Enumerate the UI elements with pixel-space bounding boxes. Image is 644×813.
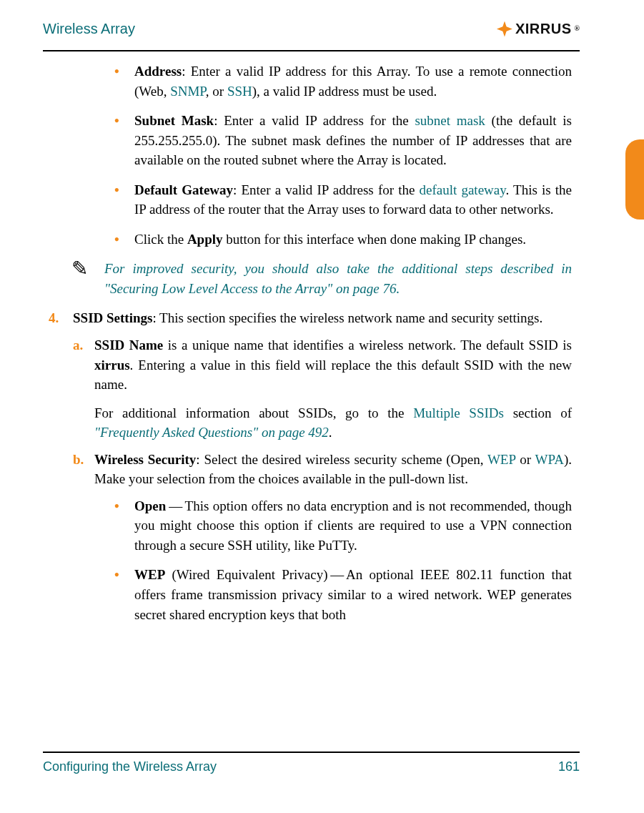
option-label: Open <box>134 498 166 513</box>
doc-title: Wireless Array <box>43 19 135 39</box>
list-item: Subnet Mask: Enter a valid IP address fo… <box>114 111 572 170</box>
brand-logo: XIRRUS ® <box>497 19 580 39</box>
page-footer: Configuring the Wireless Array 161 <box>43 752 580 776</box>
item-label: Default Gateway <box>134 182 233 197</box>
apply-word: Apply <box>187 232 223 247</box>
step-number: 4. <box>49 308 73 328</box>
note-icon: ✎ <box>71 259 104 279</box>
step-body: SSID Settings: This section specifies th… <box>73 308 572 328</box>
wep-link[interactable]: WEP <box>487 452 515 467</box>
subnet-mask-link[interactable]: subnet mask <box>415 113 485 128</box>
brand-reg: ® <box>575 24 580 34</box>
text: : Enter a valid IP address for the <box>214 113 415 128</box>
page: Wireless Array XIRRUS ® Address: Enter a… <box>0 0 644 813</box>
text: Click the <box>134 232 187 247</box>
footer-rule <box>43 752 580 753</box>
page-content: Address: Enter a valid IP address for th… <box>43 61 580 624</box>
substep-body: Wireless Security: Select the desired wi… <box>94 450 572 489</box>
text: : This section specifies the wireless ne… <box>152 310 543 325</box>
ssh-link[interactable]: SSH <box>227 84 252 99</box>
side-tab-decoration <box>625 139 644 220</box>
text: : Select the desired wireless security s… <box>196 452 487 467</box>
wpa-link[interactable]: WPA <box>535 452 563 467</box>
note-text: For improved security, you should also t… <box>104 259 572 298</box>
footer-page-number: 161 <box>558 757 580 776</box>
multiple-ssids-link[interactable]: Multiple SSIDs <box>413 405 504 420</box>
security-options-list: Open — This option offers no data encryp… <box>114 496 572 624</box>
substep-body: SSID Name is a unique name that identifi… <box>94 335 572 443</box>
ssid-name-label: SSID Name <box>94 337 163 353</box>
text: For additional information about SSIDs, … <box>94 405 413 420</box>
list-item: WEP (Wired Equivalent Privacy) — An opti… <box>114 565 572 624</box>
text: , or <box>206 84 227 99</box>
text: is a unique name that identifies a wirel… <box>163 337 572 353</box>
ip-settings-list: Address: Enter a valid IP address for th… <box>114 61 572 249</box>
substep-letter: b. <box>73 450 94 489</box>
text: — This option offers no data encryption … <box>134 498 572 553</box>
text: ), a valid IP address must be used. <box>252 84 437 99</box>
list-item: Open — This option offers no data encryp… <box>114 496 572 556</box>
faq-link[interactable]: "Frequently Asked Questions" on page 492 <box>94 425 329 440</box>
list-item: Address: Enter a valid IP address for th… <box>114 61 572 101</box>
brand-word: XIRRUS <box>515 19 572 39</box>
list-item: Click the Apply button for this interfac… <box>114 230 572 250</box>
option-label: WEP <box>134 567 165 582</box>
text: or <box>515 452 535 467</box>
default-ssid: xirrus <box>94 358 130 373</box>
footer-row: Configuring the Wireless Array 161 <box>43 757 580 776</box>
text: : Enter a valid IP address for the <box>233 182 419 197</box>
substep-a: a. SSID Name is a unique name that ident… <box>73 335 572 443</box>
wireless-security-label: Wireless Security <box>94 452 196 467</box>
substep-b: b. Wireless Security: Select the desired… <box>73 450 572 489</box>
substep-letter: a. <box>73 335 94 443</box>
logo-icon <box>497 21 512 37</box>
page-header: Wireless Array XIRRUS ® <box>43 19 580 47</box>
snmp-link[interactable]: SNMP <box>170 84 206 99</box>
text: . Entering a value in this field will re… <box>94 358 572 393</box>
step-label: SSID Settings <box>73 310 152 325</box>
step-4: 4. SSID Settings: This section specifies… <box>49 308 572 328</box>
item-label: Address <box>134 64 182 79</box>
default-gateway-link[interactable]: default gateway <box>420 182 506 197</box>
item-label: Subnet Mask <box>134 113 214 128</box>
security-note: ✎ For improved security, you should also… <box>71 259 572 298</box>
header-rule <box>43 50 580 51</box>
list-item: Default Gateway: Enter a valid IP addres… <box>114 180 572 220</box>
footer-section: Configuring the Wireless Array <box>43 757 217 776</box>
text: button for this interface when done maki… <box>223 232 527 247</box>
text: . <box>329 425 332 440</box>
text: (Wired Equivalent Privacy) — An optional… <box>134 567 572 621</box>
text: section of <box>504 405 572 420</box>
